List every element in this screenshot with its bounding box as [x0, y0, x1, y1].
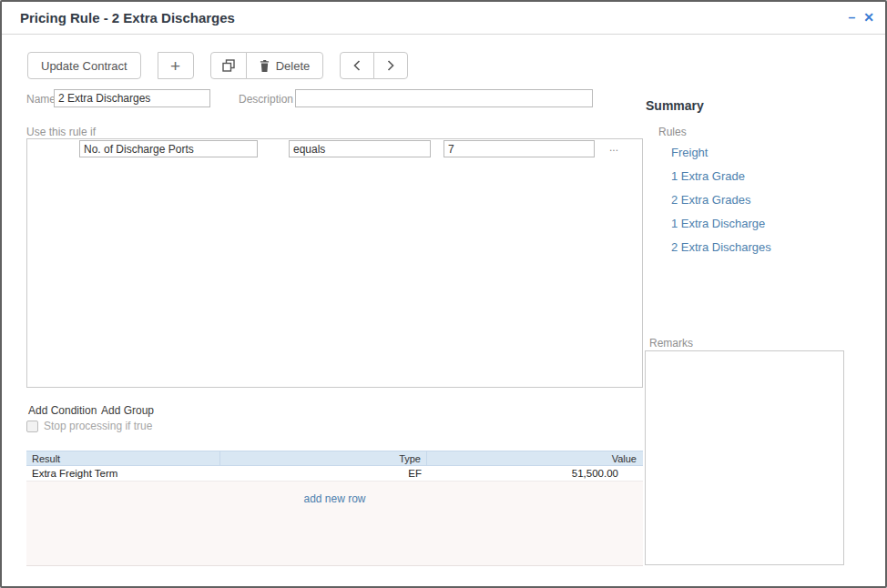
minimize-icon[interactable]: – — [848, 10, 855, 25]
stop-processing-row: Stop processing if true — [26, 420, 152, 432]
rules-label: Rules — [658, 126, 687, 138]
update-contract-button[interactable]: Update Contract — [27, 52, 141, 79]
table-row[interactable]: Extra Freight Term EF 51,500.00 — [26, 466, 643, 482]
rules-list: Freight 1 Extra Grade 2 Extra Grades 1 E… — [671, 146, 771, 264]
delete-button[interactable]: Delete — [246, 52, 324, 79]
remarks-label: Remarks — [649, 337, 693, 350]
previous-rule-button[interactable] — [340, 52, 374, 79]
ellipsis-icon[interactable]: ... — [609, 141, 618, 154]
trash-icon — [260, 60, 270, 72]
condition-field-select[interactable] — [79, 140, 258, 157]
use-this-rule-if-label: Use this rule if — [26, 126, 96, 138]
cell-value: 51,500.00 — [427, 466, 643, 481]
description-label: Description — [239, 93, 293, 106]
edit-buttons: Delete — [210, 52, 324, 79]
add-group-buttons: + — [158, 52, 194, 79]
stop-processing-label: Stop processing if true — [44, 420, 152, 432]
name-input[interactable] — [54, 89, 210, 107]
nav-buttons — [340, 52, 408, 79]
toolbar: Update Contract + — [27, 52, 408, 79]
condition-operator-select[interactable] — [289, 140, 431, 157]
rule-link-1-extra-discharge[interactable]: 1 Extra Discharge — [671, 217, 771, 230]
chevron-right-icon — [385, 59, 396, 72]
window-controls: – ✕ — [848, 10, 874, 25]
next-rule-button[interactable] — [373, 52, 408, 79]
description-input[interactable] — [295, 89, 593, 107]
rule-link-2-extra-discharges[interactable]: 2 Extra Discharges — [671, 240, 771, 254]
add-condition-link[interactable]: Add Condition — [28, 404, 97, 417]
results-table: Result Type Value Extra Freight Term EF … — [26, 451, 643, 566]
remarks-textarea[interactable] — [645, 350, 844, 565]
header-type: Type — [220, 451, 427, 465]
condition-panel: ... — [26, 138, 643, 388]
cell-result: Extra Freight Term — [26, 466, 220, 481]
pricing-rule-window: Pricing Rule - 2 Extra Discharges – ✕ Up… — [0, 0, 887, 588]
results-table-header: Result Type Value — [26, 451, 643, 466]
copy-button[interactable] — [210, 52, 247, 79]
rule-link-1-extra-grade[interactable]: 1 Extra Grade — [671, 169, 771, 183]
header-result: Result — [26, 451, 220, 465]
copy-icon — [222, 59, 235, 72]
name-label: Name — [26, 93, 56, 106]
close-icon[interactable]: ✕ — [863, 10, 874, 25]
cell-type: EF — [220, 466, 427, 481]
window-title: Pricing Rule - 2 Extra Discharges — [20, 10, 235, 25]
titlebar: Pricing Rule - 2 Extra Discharges – ✕ — [2, 2, 885, 35]
summary-title: Summary — [646, 98, 704, 113]
rule-link-2-extra-grades[interactable]: 2 Extra Grades — [671, 193, 771, 207]
chevron-left-icon — [352, 59, 362, 72]
rule-link-freight[interactable]: Freight — [671, 146, 771, 159]
add-new-row-link[interactable]: add new row — [26, 492, 643, 505]
add-rule-button[interactable]: + — [158, 52, 194, 79]
plus-icon: + — [170, 57, 180, 75]
delete-button-label: Delete — [276, 59, 311, 73]
condition-value-input[interactable] — [444, 140, 595, 157]
add-group-link[interactable]: Add Group — [101, 404, 154, 417]
header-value: Value — [427, 451, 643, 465]
stop-processing-checkbox[interactable] — [26, 421, 38, 432]
